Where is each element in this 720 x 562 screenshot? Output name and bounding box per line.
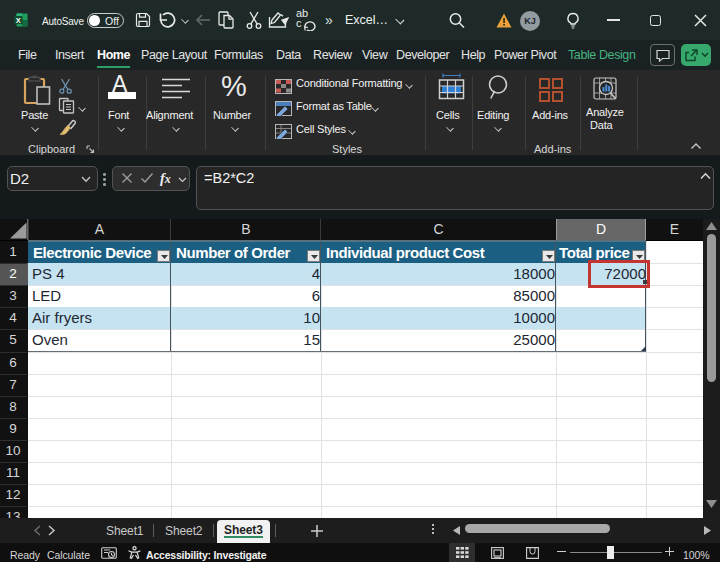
svg-text:X: X (16, 16, 21, 25)
